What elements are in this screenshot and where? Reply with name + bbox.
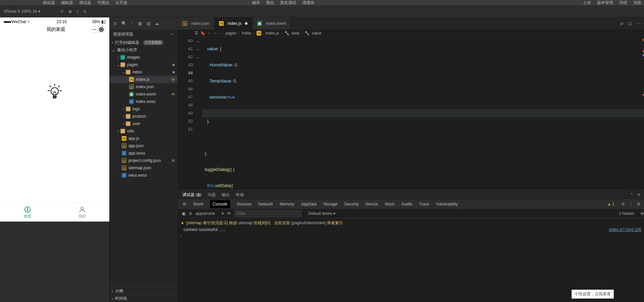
record-icon[interactable]: ◉	[68, 9, 72, 14]
bookmark-icon[interactable]: 🔖	[200, 31, 205, 36]
dtab-network[interactable]: Network	[258, 202, 273, 206]
console-prompt[interactable]: ›	[180, 233, 641, 239]
menu-details[interactable]: 详情	[619, 0, 627, 6]
extensions-icon[interactable]: ▦	[138, 21, 142, 26]
log-levels-selector[interactable]: Default levels ▾	[308, 211, 335, 216]
console-filter-input[interactable]	[234, 210, 302, 217]
tree-folder-pages[interactable]: ⌄▢pages	[110, 61, 177, 68]
tree-file-index-js[interactable]: JSindex.jsM	[110, 76, 177, 83]
panel-tab-terminal[interactable]: 终端	[236, 192, 244, 198]
split-icon[interactable]: ◫	[628, 21, 632, 26]
menu-preview[interactable]: 预览	[266, 0, 274, 6]
tree-file-app-json[interactable]: {}app.json	[110, 142, 177, 149]
dtab-mock[interactable]: Mock	[385, 202, 395, 206]
back-icon[interactable]: ←	[207, 31, 211, 36]
gear-icon[interactable]: ⚙	[621, 202, 625, 206]
code-editor[interactable]: 404142434445464748495051 ⌄⌄⌄ value: { Hu…	[178, 37, 644, 190]
dtab-memory[interactable]: Memory	[280, 202, 294, 206]
sim-tab-mine[interactable]: 我的	[55, 203, 109, 222]
menu-simulator[interactable]: 模拟器	[43, 0, 55, 6]
tree-folder-product[interactable]: ›▢product	[110, 113, 177, 120]
capsule-menu-icon[interactable]: ⋯	[92, 27, 96, 32]
popout-icon[interactable]: ⧉	[84, 9, 87, 14]
tree-folder-user[interactable]: ›▢user	[110, 120, 177, 127]
tree-file-index-wxml[interactable]: ▣index.wxmlM	[110, 90, 177, 98]
devtools-warn-count[interactable]: ▲ 1	[607, 202, 614, 206]
crumb-value[interactable]: value	[312, 31, 321, 36]
dtab-trace[interactable]: Trace	[419, 202, 429, 206]
packages-icon[interactable]: ▥	[147, 21, 150, 26]
eye-icon[interactable]: 👁	[227, 211, 231, 216]
menu-debugger[interactable]: 调试器	[79, 0, 91, 6]
panel-tab-output[interactable]: 输出	[222, 192, 230, 198]
dtab-console[interactable]: Console	[210, 200, 230, 208]
fold-column[interactable]: ⌄⌄⌄	[196, 37, 202, 190]
menu-visualize[interactable]: 可视化	[97, 0, 109, 6]
dtab-vulnerability[interactable]: Vulnerability	[436, 202, 458, 206]
files-icon[interactable]: ⧉	[114, 21, 117, 26]
tree-file-app-wxss[interactable]: ≡app.wxss	[110, 149, 177, 157]
tree-file-sitemap[interactable]: {}sitemap.json	[110, 164, 177, 172]
menu-real-debug[interactable]: 真机调试	[280, 0, 296, 6]
tab-index-wxml[interactable]: ▣index.wxml	[253, 17, 291, 29]
menu-messages[interactable]: 消息	[633, 0, 641, 6]
kebab-icon[interactable]: ⋮	[629, 202, 633, 206]
tree-file-index-wxss[interactable]: ≡index.wxss	[110, 98, 177, 105]
context-selector[interactable]: appservice ▾	[196, 211, 224, 216]
gear-icon[interactable]: ⚙	[640, 211, 644, 216]
console-sidebar-icon[interactable]: ▣	[182, 211, 185, 216]
project-section[interactable]: ⌄ 微信小程序	[110, 46, 177, 54]
tree-file-project-config[interactable]: {}project.config.jsonM	[110, 157, 177, 164]
breadcrumb[interactable]: ☰ 🔖 ← → ⋯ pages› index› JSindex.js› 🔧dat…	[178, 29, 644, 37]
crumb-index[interactable]: index	[242, 31, 252, 36]
dtab-sources[interactable]: Sources	[237, 202, 252, 206]
hidden-count[interactable]: 1 hidden	[619, 211, 634, 216]
tree-folder-index[interactable]: ⌄▢index	[110, 68, 177, 76]
menu-editor[interactable]: 编辑器	[61, 0, 73, 6]
device-selector[interactable]: iPhone 5 100% 16 ▾	[4, 9, 40, 14]
open-editors-section[interactable]: › 打开的编辑器 1 个未保存	[110, 39, 177, 46]
panel-tab-debugger[interactable]: 调试器 1	[182, 192, 202, 198]
menu-compile[interactable]: 编译	[252, 0, 260, 6]
dtab-wxml[interactable]: Wxml	[193, 202, 203, 206]
clear-console-icon[interactable]: ⊘	[189, 211, 192, 216]
dtab-security[interactable]: Security	[344, 202, 359, 206]
more-icon[interactable]: ⋯	[637, 21, 641, 26]
cloud-icon[interactable]: ☁	[155, 21, 159, 26]
menu-upload[interactable]: 上传	[583, 0, 591, 6]
phone-icon[interactable]: ▯	[76, 9, 79, 14]
dtab-sensor[interactable]: Sensor	[366, 202, 378, 206]
console-source-link[interactable]: index.js? [sm]:100	[609, 227, 641, 232]
code-body[interactable]: value: { HumdValue: 0, TempValue: 0, win…	[202, 37, 644, 190]
gear-icon[interactable]: ⚙	[637, 202, 641, 206]
panel-up-icon[interactable]: ⌃	[630, 192, 633, 197]
menu-cloud[interactable]: 云开发	[115, 0, 127, 6]
settings-tooltip[interactable]: 个性设置，点我看看	[572, 290, 614, 299]
git-icon[interactable]: ᚶ	[131, 21, 133, 26]
breadcrumb-icon1[interactable]: ☰	[195, 31, 198, 36]
minimap[interactable]	[643, 37, 644, 190]
search-icon[interactable]: 🔍	[121, 21, 126, 26]
dtab-appdata[interactable]: AppData	[301, 202, 317, 206]
outline-section[interactable]: ›大纲	[110, 287, 177, 295]
dtab-audits[interactable]: Audits	[401, 202, 412, 206]
tree-file-index-json[interactable]: {}index.json	[110, 83, 177, 90]
panel-close-icon[interactable]: ✕	[637, 192, 641, 197]
menu-version[interactable]: 版本管理	[597, 0, 613, 6]
forward-icon[interactable]: →	[213, 31, 217, 36]
menu-clear-cache[interactable]: 清缓存	[302, 0, 314, 6]
tree-folder-images[interactable]: ›▢images	[110, 54, 177, 61]
capsule-close-icon[interactable]	[99, 27, 104, 32]
devtools-select-icon[interactable]: ⯐	[182, 202, 186, 206]
tab-index-json[interactable]: {}index.json	[178, 17, 214, 29]
dtab-storage[interactable]: Storage	[323, 202, 337, 206]
compare-icon[interactable]: ⇄	[620, 21, 624, 26]
tab-index-js[interactable]: JSindex.js	[214, 17, 253, 29]
tree-folder-logs[interactable]: ›▢logs	[110, 105, 177, 113]
sim-tab-home[interactable]: 首页	[0, 203, 55, 222]
timeline-section[interactable]: ›时间线	[110, 295, 177, 302]
capsule-button[interactable]: ⋯	[90, 26, 106, 33]
panel-tab-problems[interactable]: 问题	[208, 192, 216, 198]
tree-file-weui[interactable]: ≡weui.wxss	[110, 172, 177, 179]
tree-file-app-js[interactable]: JSapp.js	[110, 135, 177, 142]
